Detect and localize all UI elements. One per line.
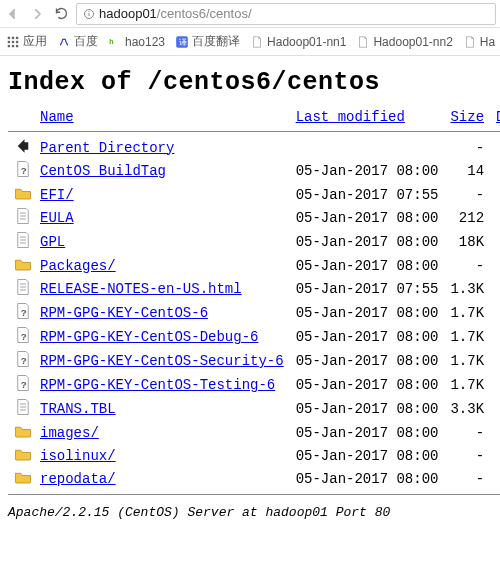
file-link[interactable]: EULA — [40, 210, 74, 226]
index-body: Parent Directory-?CentOS_BuildTag05-Jan-… — [8, 136, 500, 490]
svg-rect-3 — [8, 36, 10, 38]
svg-rect-7 — [12, 40, 14, 42]
svg-text:?: ? — [21, 165, 27, 176]
file-link[interactable]: Packages/ — [40, 258, 116, 274]
file-size: 212 — [444, 206, 490, 230]
file-date: 05-Jan-2017 08:00 — [290, 159, 445, 183]
file-date: 05-Jan-2017 08:00 — [290, 301, 445, 325]
bookmark-icon — [356, 35, 370, 49]
unknown-icon: ? — [14, 160, 32, 178]
file-size: - — [444, 183, 490, 206]
file-size: - — [444, 444, 490, 467]
file-link[interactable]: TRANS.TBL — [40, 401, 116, 417]
text-icon — [14, 278, 32, 296]
table-row: ?RPM-GPG-KEY-CentOS-Testing-605-Jan-2017… — [8, 373, 500, 397]
file-link[interactable]: RPM-GPG-KEY-CentOS-Debug-6 — [40, 329, 258, 345]
file-link[interactable]: images/ — [40, 425, 99, 441]
file-date: 05-Jan-2017 07:55 — [290, 183, 445, 206]
info-icon — [83, 8, 95, 20]
file-size: 1.7K — [444, 349, 490, 373]
file-size: 1.3K — [444, 277, 490, 301]
server-footer: Apache/2.2.15 (CentOS) Server at hadoop0… — [8, 505, 492, 520]
unknown-icon: ? — [14, 302, 32, 320]
folder-icon — [14, 255, 32, 273]
text-icon — [14, 398, 32, 416]
file-link[interactable]: RPM-GPG-KEY-CentOS-Security-6 — [40, 353, 284, 369]
file-size: 1.7K — [444, 325, 490, 349]
file-date: 05-Jan-2017 08:00 — [290, 349, 445, 373]
bookmark-label: 百度 — [74, 33, 98, 50]
table-row: isolinux/05-Jan-2017 08:00- — [8, 444, 500, 467]
table-row: ?RPM-GPG-KEY-CentOS-Security-605-Jan-201… — [8, 349, 500, 373]
table-row: Packages/05-Jan-2017 08:00- — [8, 254, 500, 277]
back-icon — [14, 137, 32, 155]
table-row: repodata/05-Jan-2017 08:00- — [8, 467, 500, 490]
table-row: ?CentOS_BuildTag05-Jan-2017 08:0014 — [8, 159, 500, 183]
bookmark-item[interactable]: 应用 — [6, 33, 47, 50]
url-host: hadoop01 — [99, 6, 157, 21]
page-content: Index of /centos6/centos Name Last modif… — [0, 56, 500, 530]
col-size: Size — [444, 107, 490, 127]
bookmark-item[interactable]: Ha — [463, 35, 495, 49]
bookmark-icon — [6, 35, 20, 49]
table-row: ?RPM-GPG-KEY-CentOS-605-Jan-2017 08:001.… — [8, 301, 500, 325]
file-link[interactable]: RPM-GPG-KEY-CentOS-Testing-6 — [40, 377, 275, 393]
col-modified: Last modified — [290, 107, 445, 127]
bookmark-icon — [463, 35, 477, 49]
table-row: Parent Directory- — [8, 136, 500, 159]
file-size: - — [444, 136, 490, 159]
file-size: 1.7K — [444, 301, 490, 325]
file-link[interactable]: repodata/ — [40, 471, 116, 487]
file-link[interactable]: Parent Directory — [40, 140, 174, 156]
file-size: - — [444, 421, 490, 444]
unknown-icon: ? — [14, 350, 32, 368]
bookmark-item[interactable]: Hadoop01-nn1 — [250, 35, 346, 49]
col-desc: Description — [490, 107, 500, 127]
bookmark-item[interactable]: 百度 — [57, 33, 98, 50]
reload-button[interactable] — [52, 5, 70, 23]
bookmarks-bar: 应用百度hhao123译百度翻译Hadoop01-nn1Hadoop01-nn2… — [0, 28, 500, 56]
file-date: 05-Jan-2017 08:00 — [290, 467, 445, 490]
svg-rect-4 — [12, 36, 14, 38]
table-row: GPL05-Jan-2017 08:0018K — [8, 230, 500, 254]
url-bar[interactable]: hadoop01/centos6/centos/ — [76, 3, 496, 25]
table-row: EULA05-Jan-2017 08:00212 — [8, 206, 500, 230]
file-date: 05-Jan-2017 08:00 — [290, 444, 445, 467]
table-row: images/05-Jan-2017 08:00- — [8, 421, 500, 444]
folder-icon — [14, 468, 32, 486]
svg-rect-5 — [16, 36, 18, 38]
file-size: 1.7K — [444, 373, 490, 397]
bookmark-item[interactable]: Hadoop01-nn2 — [356, 35, 452, 49]
bookmark-label: 应用 — [23, 33, 47, 50]
svg-text:?: ? — [21, 379, 27, 390]
svg-text:译: 译 — [179, 37, 187, 46]
bookmark-icon: 译 — [175, 35, 189, 49]
bookmark-label: Hadoop01-nn1 — [267, 35, 346, 49]
file-link[interactable]: RELEASE-NOTES-en-US.html — [40, 281, 242, 297]
unknown-icon: ? — [14, 374, 32, 392]
svg-rect-10 — [12, 44, 14, 46]
bookmark-item[interactable]: 译百度翻译 — [175, 33, 240, 50]
file-link[interactable]: EFI/ — [40, 187, 74, 203]
svg-text:h: h — [109, 38, 113, 45]
back-button[interactable] — [4, 5, 22, 23]
file-link[interactable]: isolinux/ — [40, 448, 116, 464]
folder-icon — [14, 184, 32, 202]
svg-rect-9 — [8, 44, 10, 46]
file-date: 05-Jan-2017 08:00 — [290, 254, 445, 277]
file-date — [290, 136, 445, 159]
file-size: - — [444, 467, 490, 490]
file-link[interactable]: GPL — [40, 234, 65, 250]
text-icon — [14, 207, 32, 225]
bookmark-icon — [250, 35, 264, 49]
forward-button[interactable] — [28, 5, 46, 23]
file-date: 05-Jan-2017 08:00 — [290, 421, 445, 444]
url-path: /centos6/centos/ — [157, 6, 252, 21]
unknown-icon: ? — [14, 326, 32, 344]
bookmark-item[interactable]: hhao123 — [108, 35, 165, 49]
file-size: 14 — [444, 159, 490, 183]
file-link[interactable]: CentOS_BuildTag — [40, 163, 166, 179]
file-link[interactable]: RPM-GPG-KEY-CentOS-6 — [40, 305, 208, 321]
svg-rect-11 — [16, 44, 18, 46]
file-date: 05-Jan-2017 08:00 — [290, 325, 445, 349]
